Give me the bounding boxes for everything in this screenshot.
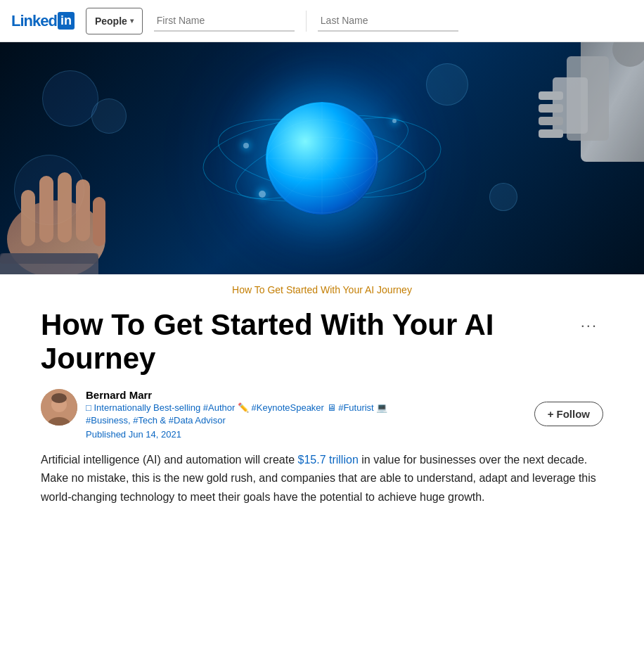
bokeh-dot (42, 70, 98, 127)
bio-text-1: □ Internationally Best-selling #Author ✏… (86, 402, 387, 413)
article-title-section: How To Get Started With Your AI Journey … (41, 308, 603, 376)
author-info-group: Bernard Marr □ Internationally Best-sell… (41, 389, 387, 440)
avatar-image (41, 389, 77, 426)
robotic-arm-illustration (468, 42, 644, 211)
svg-rect-20 (93, 197, 105, 246)
svg-rect-3 (539, 91, 563, 100)
body-text-before-link: Artificial intelligence (AI) and automat… (41, 454, 298, 466)
svg-rect-5 (539, 117, 563, 125)
svg-rect-16 (21, 190, 35, 246)
svg-rect-22 (0, 253, 98, 264)
author-avatar[interactable] (41, 389, 77, 426)
article-breadcrumb-link[interactable]: How To Get Started With Your AI Journey (41, 274, 603, 301)
logo-linked-text: Linked (11, 12, 57, 30)
more-options-icon[interactable]: ··· (575, 314, 603, 338)
author-bio: □ Internationally Best-selling #Author ✏… (86, 402, 387, 427)
search-divider (306, 11, 307, 32)
article-body-paragraph: Artificial intelligence (AI) and automat… (41, 451, 603, 506)
money-link[interactable]: $15.7 trillion (298, 454, 359, 466)
svg-rect-18 (58, 172, 72, 243)
last-name-input[interactable] (318, 11, 458, 32)
human-hand-illustration (0, 134, 183, 274)
orbit-glow-dot (243, 143, 249, 148)
logo-in-box: in (58, 12, 75, 30)
people-label: People (95, 15, 127, 27)
bokeh-dot (426, 63, 468, 106)
follow-button[interactable]: + Follow (534, 402, 603, 426)
linkedin-logo[interactable]: Linked in (11, 12, 75, 30)
svg-rect-6 (539, 129, 563, 138)
header: Linked in People ▾ (0, 0, 644, 42)
follow-label: Follow (557, 408, 591, 420)
first-name-input[interactable] (154, 11, 295, 32)
svg-rect-19 (76, 179, 90, 241)
article-title: How To Get Started With Your AI Journey (41, 308, 519, 376)
author-section: Bernard Marr □ Internationally Best-sell… (41, 389, 603, 440)
author-name: Bernard Marr (86, 389, 387, 401)
people-dropdown[interactable]: People ▾ (86, 8, 143, 34)
author-published-date: Published Jun 14, 2021 (86, 429, 387, 440)
bokeh-dot (91, 98, 127, 134)
bio-text-2: #Business, #Tech & #Data Advisor (86, 415, 226, 426)
hero-image (0, 42, 644, 274)
chevron-down-icon: ▾ (130, 17, 134, 25)
globe-orb (266, 102, 378, 215)
author-details: Bernard Marr □ Internationally Best-sell… (86, 389, 387, 440)
follow-plus-icon: + (548, 408, 554, 420)
svg-rect-4 (539, 104, 563, 113)
content-area: How To Get Started With Your AI Journey … (6, 274, 638, 506)
svg-point-25 (51, 393, 67, 403)
svg-rect-17 (39, 176, 53, 243)
globe-illustration (224, 60, 420, 257)
